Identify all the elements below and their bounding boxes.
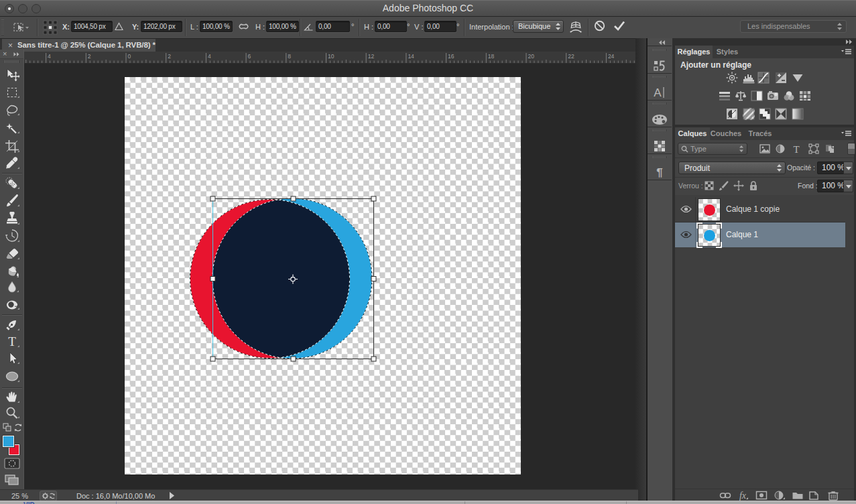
svg-text:12: 12 [368, 53, 375, 60]
svg-text:6: 6 [248, 53, 251, 60]
svg-text:22: 22 [568, 53, 574, 60]
svg-text:T: T [8, 334, 16, 348]
svg-text:16: 16 [448, 53, 454, 60]
svg-text:¶: ¶ [656, 166, 662, 178]
svg-text:T: T [793, 144, 799, 155]
svg-text:20: 20 [528, 53, 535, 60]
svg-text:4: 4 [208, 53, 211, 60]
svg-text:2: 2 [88, 53, 91, 60]
svg-text:14: 14 [408, 53, 414, 60]
svg-text:fx: fx [739, 491, 747, 501]
svg-text:24: 24 [608, 53, 615, 60]
svg-text:10: 10 [328, 53, 334, 60]
svg-text:8: 8 [288, 53, 291, 60]
svg-text:A: A [654, 86, 662, 99]
svg-text:2: 2 [168, 53, 171, 60]
svg-text:4: 4 [48, 53, 51, 60]
svg-text:18: 18 [488, 53, 495, 60]
svg-text:0: 0 [128, 53, 131, 60]
